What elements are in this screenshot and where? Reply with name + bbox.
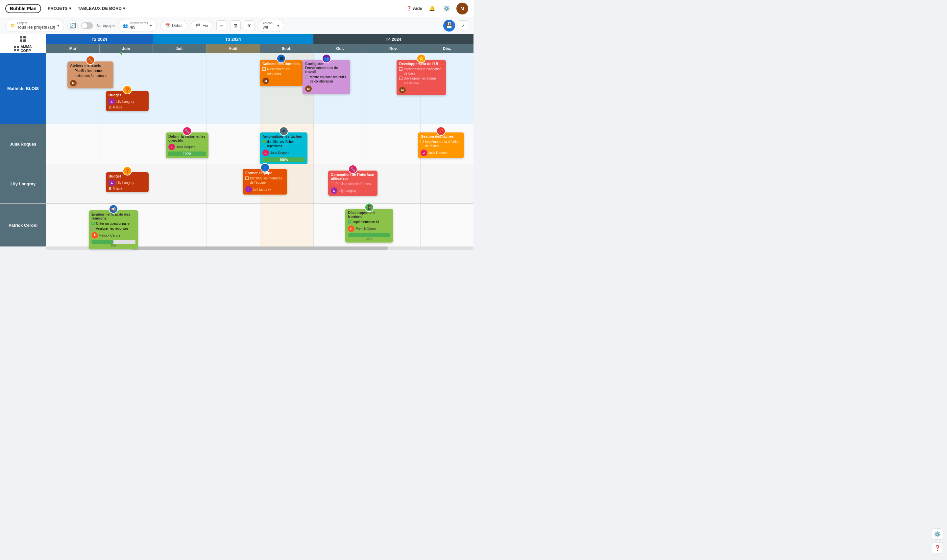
month-nov: Nov. (367, 44, 420, 53)
row-julia: Julia Roques 🔧 Définir la vision et les … (0, 124, 473, 164)
notification-icon[interactable]: 🔔 (428, 4, 437, 13)
bubble-automatiser[interactable]: ≡ Automatiser les tâches ✓dentifier les … (260, 132, 308, 164)
logo-area (0, 34, 46, 44)
nav-projets[interactable]: PROJETS ▾ (48, 6, 71, 11)
board-view-icon[interactable]: ⊞ (230, 20, 241, 31)
quarter-t3: T3 2024 (153, 34, 314, 44)
bubble-ateliers[interactable]: 🔧 Ateliers mensuels Planifier les thèmes… (68, 62, 114, 88)
bubble-vision[interactable]: 🔧 Définir la vision et les objectifs JJu… (166, 132, 208, 158)
person-label-julia: Julia Roques (0, 124, 46, 164)
month-row: AMMACORP Mai Juin Juil. Août Sept. Oct. … (0, 44, 473, 53)
amma-corp-logo (20, 36, 26, 42)
header-right: ❓ Aide 🔔 ⚙️ M (407, 3, 468, 14)
bubble-evaluer[interactable]: 📢 Évaluer l'efficacité des réunions ✓Cré… (89, 210, 138, 249)
person-label-mathilde: Mathilde BLOIS (0, 53, 46, 124)
list-view-icon[interactable]: ☰ (216, 20, 227, 31)
avatar[interactable]: M (456, 3, 468, 14)
par-equipe-toggle[interactable]: Par équipe (81, 22, 115, 29)
fin-input[interactable]: 🏁 Fin (191, 21, 213, 30)
amma-corp-label: AMMACORP (0, 44, 46, 53)
bubble-collecte[interactable]: 🖥 Collecte des données Rassembler les mé… (260, 60, 302, 86)
quarter-t4: T4 2024 (313, 34, 473, 44)
bubble-dev-ui[interactable]: ⭐ Développement de l'UI Implémenter la n… (397, 60, 446, 95)
bubble-configurer[interactable]: 👥 Configurer l'environnement de travail … (302, 60, 350, 94)
bubble-budget-lily[interactable]: ❓ Budget LLily Langray ☰À faire (106, 172, 149, 192)
row-lily: Lily Langray ❓ Budget LLily Langray (0, 164, 473, 204)
refresh-icon[interactable]: 🔄 (68, 20, 78, 31)
quarter-row: T2 2024 T3 2024 T4 2024 (0, 34, 473, 44)
month-sept: Sept. (260, 44, 314, 53)
nav-tableaux[interactable]: TABLEAUX DE BORD ▾ (78, 6, 125, 11)
header: Bubble Plan PROJETS ▾ TABLEAUX DE BORD ▾… (0, 0, 473, 17)
toggle-switch[interactable] (81, 22, 93, 29)
month-juin: Juin (100, 44, 153, 53)
bubble-former[interactable]: 👤 Former l'équipe Identifier les membres… (243, 169, 287, 195)
month-mai: Mai (46, 44, 100, 53)
save-button[interactable]: 💾 (443, 20, 455, 32)
month-oct: Oct. (313, 44, 367, 53)
calendar: T2 2024 T3 2024 T4 2024 AMMACORP Mai Jui… (0, 34, 473, 280)
bubble-conception[interactable]: 🔧 Conception de l'interface utilisateur … (328, 171, 377, 196)
settings-icon[interactable]: ⚙️ (442, 4, 451, 13)
person-label-patrick: Patrick Ceroni (0, 204, 46, 246)
intervenants-dropdown[interactable]: 👥 Intervenants 4/5 ▾ (118, 19, 157, 32)
eye-icon[interactable]: 👁 (244, 20, 254, 31)
toolbar: 📁 Projets Tous les projets (10) ▾ 🔄 Par … (0, 17, 473, 34)
row-grid-julia: 🔧 Définir la vision et les objectifs JJu… (46, 124, 473, 164)
projects-dropdown[interactable]: 📁 Projets Tous les projets (10) ▾ (5, 19, 64, 32)
debut-input[interactable]: 📅 Début (160, 21, 188, 30)
month-dec: Déc. (420, 44, 473, 53)
aide-link[interactable]: ❓ Aide (407, 6, 422, 11)
row-patrick: Patrick Ceroni 📢 Évaluer l'efficacité de… (0, 204, 473, 246)
row-grid-lily: ❓ Budget LLily Langray ☰À faire 👤 (46, 164, 473, 203)
bubble-dev-frontend[interactable]: 🚦 Développement frontend ✓Implémentation… (345, 209, 393, 243)
month-juil: Juil. (153, 44, 206, 53)
month-aout: Août (206, 44, 260, 53)
row-grid-patrick: 📢 Évaluer l'efficacité des réunions ✓Cré… (46, 204, 473, 246)
quarter-t2: T2 2024 (46, 34, 153, 44)
person-label-lily: Lily Langray (0, 164, 46, 203)
bubble-budget-mathilde[interactable]: ❓ Budget L Lily Langray ☰À faire (106, 91, 149, 111)
row-mathilde: Mathilde BLOIS 🔧 Ateliers mensuels Plani… (0, 53, 473, 124)
export-button[interactable]: ↗ (458, 20, 468, 31)
main-content: T2 2024 T3 2024 T4 2024 AMMACORP Mai Jui… (0, 34, 473, 280)
row-grid-mathilde: 🔧 Ateliers mensuels Planifier les thèmes… (46, 53, 473, 124)
logo[interactable]: Bubble Plan (5, 4, 41, 13)
bubble-gestion-taches[interactable]: 📌 Gestion des tâches Implémenter la créa… (418, 132, 464, 158)
affichage-dropdown[interactable]: Afficha... 3/8 ▾ (258, 19, 285, 32)
